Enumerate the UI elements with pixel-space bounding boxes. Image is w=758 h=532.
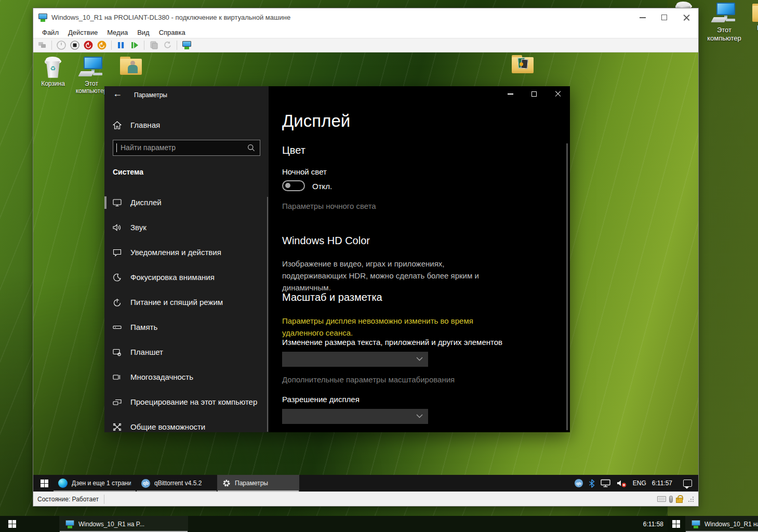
reset-vm-icon[interactable] <box>129 39 140 51</box>
host-clock[interactable]: 6:11:58 <box>643 521 663 528</box>
notifications-icon <box>113 248 130 257</box>
sidebar-scrollbar[interactable] <box>267 197 268 432</box>
menu-file[interactable]: Файл <box>42 29 59 36</box>
host-this-pc-icon[interactable]: Этот компьютер <box>706 3 743 43</box>
vm-status-bar: Состояние: Работает <box>33 491 698 506</box>
vm-app-icon <box>38 14 47 22</box>
scale-heading: Масштаб и разметка <box>282 291 382 303</box>
color-heading: Цвет <box>282 144 305 156</box>
save-vm-icon[interactable] <box>96 39 108 51</box>
hdr-description: Изображение в видео, играх и приложениях… <box>282 258 504 294</box>
search-input[interactable] <box>117 143 247 152</box>
folder-icon <box>752 4 758 22</box>
content-scrollbar[interactable] <box>566 143 568 430</box>
sidebar-item-display[interactable]: Дисплей <box>104 190 269 215</box>
ctrl-alt-del-icon[interactable] <box>36 39 48 51</box>
guest-start-button[interactable] <box>37 475 51 491</box>
selected-indicator <box>104 196 107 209</box>
minimize-button[interactable] <box>640 17 646 18</box>
sidebar-item-tablet[interactable]: Планшет <box>104 340 269 365</box>
vm-app-icon <box>691 520 700 528</box>
menu-view[interactable]: Вид <box>137 29 150 36</box>
volume-muted-icon[interactable] <box>617 479 627 488</box>
taskbar-task-qbittorrent[interactable]: qb qBittorrent v4.5.2 <box>136 475 217 491</box>
sidebar-item-home[interactable]: Главная <box>104 116 269 134</box>
guest-pictures-folder-icon[interactable] <box>504 55 541 74</box>
host-task-vmconnect[interactable]: Windows_10_R1 на P... <box>59 516 188 532</box>
pause-vm-icon[interactable] <box>115 39 127 51</box>
sidebar-item-label: Память <box>130 323 157 331</box>
host-start-button[interactable] <box>0 516 24 532</box>
qbittorrent-tray-icon[interactable]: qb <box>575 479 583 487</box>
settings-main-pane: Дисплей Цвет Ночной свет Откл. Параметры… <box>269 86 570 432</box>
night-light-state: Откл. <box>312 182 332 191</box>
action-center-icon[interactable] <box>683 480 692 487</box>
sidebar-item-label: Фокусировка внимания <box>130 273 215 282</box>
menu-media[interactable]: Медиа <box>107 29 128 36</box>
bluetooth-icon[interactable] <box>589 479 595 488</box>
host-ron-folder-icon[interactable]: Ron <box>744 4 758 32</box>
language-indicator[interactable]: ENG <box>633 480 646 487</box>
start-vm-icon[interactable] <box>56 39 67 51</box>
host-task-vmconnect-monitor2[interactable]: Windows_10_R1 на P. <box>685 516 758 532</box>
turn-off-vm-icon[interactable] <box>69 39 81 51</box>
task-label: qBittorrent v4.5.2 <box>154 480 202 487</box>
sidebar-item-power-sleep[interactable]: Питание и спящий режим <box>104 290 269 315</box>
focus-assist-icon <box>113 273 130 282</box>
maximize-button[interactable] <box>661 15 667 20</box>
sidebar-item-shared-experiences[interactable]: Общие возможности <box>104 415 269 440</box>
settings-maximize-button[interactable] <box>522 86 546 102</box>
gear-icon <box>222 479 231 487</box>
remote-session-warning: Параметры дисплея невозможно изменить во… <box>282 315 508 339</box>
home-icon <box>113 121 130 129</box>
network-icon[interactable] <box>601 479 611 487</box>
windows-logo-icon <box>672 520 680 528</box>
settings-close-button[interactable] <box>546 86 570 102</box>
sidebar-item-multitasking[interactable]: Многозадачность <box>104 365 269 390</box>
edge-icon <box>58 478 68 488</box>
night-light-toggle[interactable] <box>282 180 305 191</box>
menu-action[interactable]: Действие <box>68 29 98 36</box>
resolution-dropdown[interactable] <box>282 409 428 424</box>
advanced-scaling-link[interactable]: Дополнительные параметры масштабирования <box>282 375 455 384</box>
resize-grip[interactable] <box>688 496 694 502</box>
clock[interactable]: 6:11:57 <box>652 480 672 487</box>
settings-sidebar: ← Параметры Главная <box>104 86 269 432</box>
sidebar-item-storage[interactable]: Память <box>104 315 269 340</box>
vm-menubar: Файл Действие Медиа Вид Справка <box>33 27 698 38</box>
shut-down-vm-icon[interactable] <box>83 39 94 51</box>
desktop-icon-label: Этот компьютер <box>706 26 743 43</box>
back-arrow-icon[interactable]: ← <box>113 88 122 99</box>
sidebar-item-projecting[interactable]: Проецирование на этот компьютер <box>104 390 269 415</box>
scale-dropdown[interactable] <box>282 352 428 367</box>
close-button[interactable] <box>683 14 690 21</box>
vm-app-icon <box>65 520 74 528</box>
night-light-settings-link[interactable]: Параметры ночного света <box>282 202 376 210</box>
sidebar-item-sound[interactable]: Звук <box>104 215 269 240</box>
settings-search-box[interactable] <box>113 140 260 156</box>
vm-titlebar[interactable]: Windows_10_R1 на PROLIANT-DL380 - подклю… <box>33 8 698 27</box>
user-folder-icon <box>120 57 142 75</box>
enhanced-session-icon[interactable] <box>181 39 192 51</box>
search-icon[interactable] <box>247 144 255 152</box>
guest-user-folder-icon[interactable] <box>112 57 150 75</box>
revert-icon[interactable] <box>162 39 173 51</box>
taskbar-task-edge[interactable]: Дзен и еще 1 страни... <box>53 475 136 491</box>
settings-minimize-button[interactable] <box>498 86 522 102</box>
task-label: Параметры <box>235 480 268 487</box>
menu-help[interactable]: Справка <box>159 29 185 36</box>
sidebar-item-focus-assist[interactable]: Фокусировка внимания <box>104 265 269 290</box>
scale-dropdown-label: Изменение размера текста, приложений и д… <box>282 338 502 347</box>
recycle-bin-icon: ♻ <box>44 57 62 78</box>
sidebar-item-notifications[interactable]: Уведомления и действия <box>104 240 269 265</box>
guest-desktop: ♻ Корзина Этот компьютер <box>33 52 698 491</box>
taskbar-task-settings[interactable]: Параметры <box>217 475 299 491</box>
guest-system-tray: qb ENG 6:11:57 <box>575 479 692 488</box>
checkpoint-icon[interactable] <box>148 39 159 51</box>
guest-recycle-bin-icon[interactable]: ♻ Корзина <box>34 57 72 87</box>
host-taskbar-monitor2: Windows_10_R1 на P. <box>668 516 758 532</box>
shared-experiences-icon <box>113 423 130 431</box>
guest-taskbar: Дзен и еще 1 страни... qb qBittorrent v4… <box>33 475 698 491</box>
settings-window: ← Параметры Главная <box>104 86 570 432</box>
host-start-button-monitor2[interactable] <box>668 516 684 532</box>
